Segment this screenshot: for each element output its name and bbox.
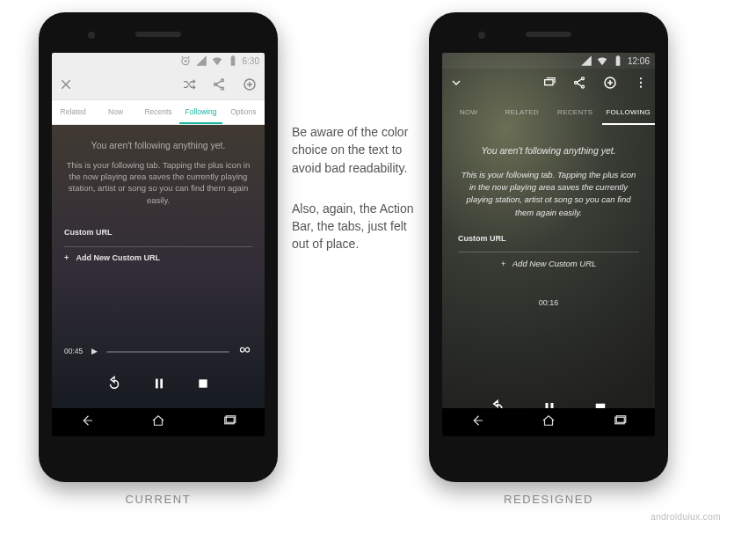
status-time: 6:30	[243, 56, 259, 66]
phone-screen-redesigned: 12:06 NO	[442, 53, 655, 436]
svg-rect-6	[160, 379, 163, 389]
tab-following[interactable]: FOLLOWING	[602, 100, 656, 125]
elapsed-time: 00:16	[458, 297, 639, 310]
overflow-icon[interactable]	[634, 76, 648, 93]
tab-recents[interactable]: Recents	[137, 100, 179, 124]
tab-following[interactable]: Following	[179, 100, 222, 124]
empty-state-title: You aren't following anything yet.	[458, 144, 639, 158]
tab-now[interactable]: NOW	[442, 100, 496, 125]
following-tab-content: You aren't following anything yet. This …	[442, 125, 655, 436]
android-nav-bar	[442, 408, 655, 436]
tab-related[interactable]: RELATED	[496, 100, 549, 125]
signal-icon	[195, 55, 207, 67]
empty-state-title: You aren't following anything yet.	[64, 139, 252, 152]
add-circle-icon[interactable]	[602, 75, 618, 94]
svg-point-2	[222, 78, 224, 81]
wifi-icon	[596, 55, 608, 67]
infinity-icon	[238, 343, 252, 361]
wifi-icon	[211, 55, 223, 67]
collapse-icon[interactable]	[449, 76, 463, 93]
add-custom-url-button[interactable]: + Add New Custom URL	[458, 258, 639, 270]
phone-current: 6:30 Related Now Rece	[39, 12, 278, 482]
battery-icon	[227, 55, 239, 67]
tab-related[interactable]: Related	[52, 100, 94, 124]
stop-button[interactable]	[196, 377, 210, 393]
add-custom-url-label: Add New Custom URL	[512, 259, 597, 268]
battery-icon	[612, 55, 624, 67]
commentary-p1: Be aware of the color choice on the text…	[292, 123, 424, 177]
section-label-custom-url: Custom URL	[64, 227, 252, 238]
tab-options[interactable]: Options	[222, 100, 265, 124]
status-time: 12:06	[628, 56, 650, 66]
commentary-text: Be aware of the color choice on the text…	[292, 123, 424, 276]
svg-point-12	[582, 77, 585, 80]
nav-back-icon[interactable]	[79, 413, 95, 432]
phone-redesigned: 12:06 NO	[429, 12, 668, 482]
status-bar: 6:30	[52, 53, 265, 69]
tabs-row: NOW RELATED RECENTS FOLLOWING	[442, 100, 655, 125]
empty-state-description: This is your following tab. Tapping the …	[64, 159, 252, 206]
commentary-p2: Also, again, the Action Bar, the tabs, j…	[292, 200, 424, 253]
status-bar: 12:06	[442, 53, 655, 69]
phone-earpiece	[526, 32, 571, 37]
svg-point-3	[222, 87, 224, 90]
nav-recents-icon[interactable]	[612, 413, 628, 432]
shuffle-icon[interactable]	[182, 77, 196, 91]
plus-icon: +	[501, 259, 511, 268]
add-custom-url-label: Add New Custom URL	[76, 253, 160, 262]
pause-button[interactable]	[152, 377, 166, 393]
credit-text: androiduiux.com	[651, 511, 721, 522]
add-circle-icon[interactable]	[242, 77, 258, 92]
nav-recents-icon[interactable]	[222, 413, 237, 432]
svg-rect-7	[199, 380, 207, 388]
svg-rect-10	[545, 80, 553, 85]
phone-label-redesigned: REDESIGNED	[429, 493, 668, 506]
elapsed-time: 00:45	[64, 347, 83, 357]
close-icon[interactable]	[59, 77, 73, 91]
svg-point-15	[640, 77, 642, 79]
action-bar	[442, 69, 655, 100]
replay-icon[interactable]	[106, 376, 122, 394]
empty-state-description: This is your following tab. Tapping the …	[458, 169, 639, 219]
tab-recents[interactable]: RECENTS	[549, 100, 602, 125]
add-alarm-icon	[179, 55, 192, 67]
nav-back-icon[interactable]	[469, 413, 485, 432]
action-bar	[52, 69, 265, 100]
svg-rect-5	[156, 379, 158, 389]
seek-row: 00:45 ▶	[64, 343, 252, 361]
signal-icon	[580, 55, 592, 67]
svg-point-1	[214, 83, 217, 85]
svg-point-11	[575, 82, 578, 84]
svg-point-13	[582, 85, 585, 88]
svg-point-17	[640, 86, 642, 88]
phone-screen-current: 6:30 Related Now Rece	[52, 53, 265, 436]
add-custom-url-button[interactable]: + Add New Custom URL	[64, 252, 252, 264]
share-icon[interactable]	[572, 76, 586, 93]
share-icon[interactable]	[212, 77, 226, 91]
play-indicator-icon: ▶	[91, 347, 98, 357]
seek-bar[interactable]	[106, 351, 229, 353]
queue-icon[interactable]	[542, 76, 556, 93]
nav-home-icon[interactable]	[150, 413, 166, 432]
phone-label-current: CURRENT	[39, 493, 278, 506]
divider	[458, 252, 639, 252]
tab-now[interactable]: Now	[94, 100, 136, 124]
divider	[64, 246, 252, 247]
following-tab-content: You aren't following anything yet. This …	[52, 125, 265, 408]
nav-home-icon[interactable]	[541, 413, 556, 432]
android-nav-bar	[52, 408, 265, 436]
section-label-custom-url: Custom URL	[458, 233, 639, 245]
plus-icon: +	[64, 252, 69, 264]
phone-earpiece	[135, 32, 181, 37]
svg-point-16	[640, 82, 642, 84]
transport-controls	[52, 362, 265, 408]
tabs-row: Related Now Recents Following Options	[52, 100, 265, 125]
